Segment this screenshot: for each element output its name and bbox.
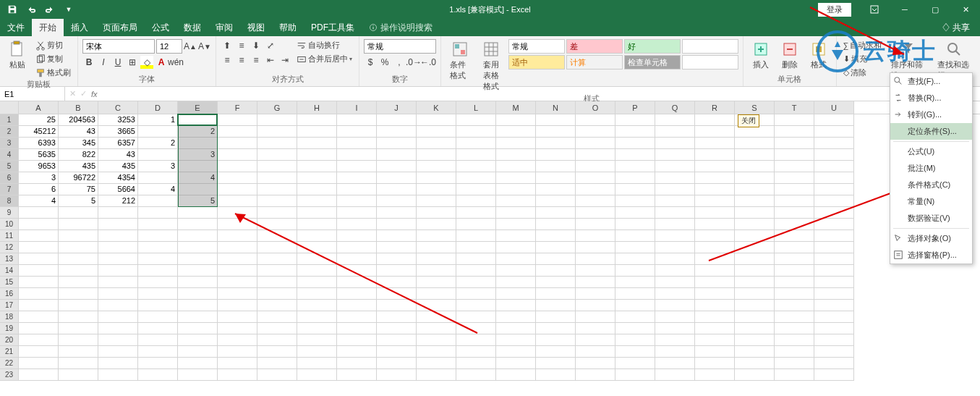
cell[interactable] [297,288,337,300]
cell[interactable] [695,369,735,381]
cell[interactable] [257,207,297,219]
cell[interactable] [456,172,496,184]
cell[interactable] [735,184,775,195]
cell[interactable] [456,184,496,195]
cell[interactable] [257,346,297,358]
cell[interactable] [775,265,814,277]
cell[interactable] [257,161,297,172]
column-header[interactable]: I [337,101,377,114]
cell[interactable] [19,253,59,265]
cell[interactable] [655,172,695,184]
cell[interactable] [138,277,178,288]
cell[interactable] [576,277,615,288]
menu-notes[interactable]: 批注(M) [890,160,972,177]
cell[interactable] [297,311,337,323]
cell[interactable] [257,126,297,138]
cell[interactable] [615,184,655,195]
style-cell[interactable]: 计算 [566,55,623,69]
cell[interactable] [735,300,775,311]
cell[interactable]: 3 [178,149,218,161]
tab-file[interactable]: 文件 [0,19,32,36]
cell[interactable] [536,126,576,138]
cell[interactable] [98,323,138,334]
column-header[interactable]: C [98,101,138,114]
cell[interactable] [695,346,735,358]
cell[interactable] [138,230,178,242]
tab-help[interactable]: 帮助 [272,19,304,36]
cell[interactable] [695,219,735,230]
cell[interactable] [655,230,695,242]
cell[interactable] [218,114,257,126]
qat-dropdown[interactable]: ▼ [61,1,77,17]
cell[interactable] [218,323,257,334]
cell[interactable] [735,230,775,242]
cell[interactable] [496,242,536,253]
cell[interactable] [775,334,814,346]
cell[interactable] [138,311,178,323]
cell[interactable] [536,334,576,346]
cell[interactable] [695,161,735,172]
decrease-decimal-button[interactable]: ←.0 [422,56,435,69]
cell[interactable] [695,242,735,253]
cell[interactable] [257,219,297,230]
align-right-button[interactable]: ≡ [250,54,263,67]
cell[interactable] [735,311,775,323]
cell[interactable] [775,358,814,369]
cell[interactable] [337,253,377,265]
cell[interactable] [615,323,655,334]
cell[interactable] [417,346,456,358]
cell[interactable] [297,149,337,161]
cell[interactable] [615,161,655,172]
cell[interactable] [178,277,218,288]
row-header[interactable]: 12 [0,242,19,253]
menu-goto-special[interactable]: 定位条件(S)... [890,123,972,140]
cell[interactable] [257,265,297,277]
cell[interactable] [218,277,257,288]
cell[interactable] [814,311,854,323]
cell[interactable] [735,195,775,207]
style-cell[interactable]: 检查单元格 [624,55,681,69]
cell[interactable] [337,207,377,219]
increase-indent-button[interactable]: ⇥ [278,54,291,67]
cell[interactable] [655,334,695,346]
cell[interactable] [337,242,377,253]
cell[interactable] [377,346,417,358]
share-button[interactable]: ♢ 共享 [932,22,980,34]
cell[interactable] [576,161,615,172]
cell[interactable] [337,219,377,230]
cell[interactable] [496,311,536,323]
column-header[interactable]: F [218,101,257,114]
cell[interactable]: 6357 [98,138,138,149]
enter-formula-icon[interactable]: ✓ [80,89,87,98]
cell[interactable] [536,369,576,381]
cell[interactable]: 43 [98,149,138,161]
cell[interactable] [59,219,98,230]
decrease-indent-button[interactable]: ⇤ [264,54,277,67]
cell[interactable] [218,138,257,149]
cell[interactable] [417,219,456,230]
cell[interactable] [417,230,456,242]
cell[interactable] [615,311,655,323]
cell[interactable] [496,184,536,195]
cell[interactable] [615,138,655,149]
comma-format-button[interactable]: , [393,56,406,69]
cell[interactable] [178,346,218,358]
cell[interactable] [735,358,775,369]
cell[interactable] [218,149,257,161]
row-header[interactable]: 5 [0,161,19,172]
cell[interactable] [615,369,655,381]
cell[interactable] [496,358,536,369]
login-button[interactable]: 登录 [818,3,851,17]
cell[interactable] [19,311,59,323]
cell[interactable] [19,230,59,242]
format-painter-button[interactable]: 格式刷 [33,67,73,79]
cell[interactable] [536,311,576,323]
cell[interactable] [536,230,576,242]
row-header[interactable]: 2 [0,126,19,138]
cell[interactable] [655,300,695,311]
cell[interactable] [377,126,417,138]
cell[interactable] [536,207,576,219]
cell[interactable] [456,126,496,138]
cell[interactable] [615,219,655,230]
row-header[interactable]: 13 [0,253,19,265]
